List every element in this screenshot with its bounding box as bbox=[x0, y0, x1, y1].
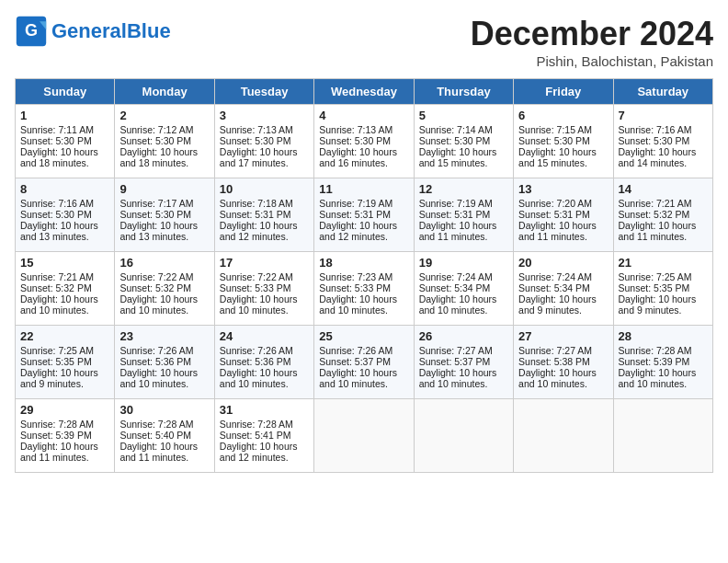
col-friday: Friday bbox=[514, 79, 613, 105]
sunrise-text: Sunrise: 7:13 AM bbox=[220, 124, 293, 135]
sunset-text: Sunset: 5:39 PM bbox=[619, 356, 690, 367]
sunset-text: Sunset: 5:30 PM bbox=[619, 135, 690, 146]
daylight-label: Daylight: 10 hours and 18 minutes. bbox=[20, 146, 98, 168]
day-number: 8 bbox=[20, 182, 109, 196]
sunrise-text: Sunrise: 7:26 AM bbox=[319, 345, 392, 356]
sunset-text: Sunset: 5:30 PM bbox=[119, 135, 191, 146]
table-row: 9Sunrise: 7:17 AMSunset: 5:30 PMDaylight… bbox=[115, 178, 214, 252]
sunset-text: Sunset: 5:36 PM bbox=[220, 356, 291, 367]
table-row: 29Sunrise: 7:28 AMSunset: 5:39 PMDayligh… bbox=[16, 399, 115, 473]
sunrise-text: Sunrise: 7:24 AM bbox=[518, 271, 592, 282]
sunset-text: Sunset: 5:31 PM bbox=[319, 209, 391, 220]
table-row: 3Sunrise: 7:13 AMSunset: 5:30 PMDaylight… bbox=[214, 105, 313, 178]
sunset-text: Sunset: 5:32 PM bbox=[20, 282, 92, 293]
day-number: 21 bbox=[619, 256, 708, 270]
day-number: 11 bbox=[319, 182, 408, 196]
sunset-text: Sunset: 5:30 PM bbox=[518, 135, 590, 146]
sunrise-text: Sunrise: 7:20 AM bbox=[518, 198, 592, 209]
daylight-label: Daylight: 10 hours and 14 minutes. bbox=[619, 146, 697, 168]
table-row: 7Sunrise: 7:16 AMSunset: 5:30 PMDaylight… bbox=[613, 105, 712, 178]
daylight-label: Daylight: 10 hours and 10 minutes. bbox=[319, 367, 397, 389]
sunrise-text: Sunrise: 7:17 AM bbox=[119, 198, 193, 209]
day-number: 29 bbox=[20, 403, 109, 417]
sunrise-text: Sunrise: 7:13 AM bbox=[319, 124, 392, 135]
sunset-text: Sunset: 5:35 PM bbox=[20, 356, 92, 367]
daylight-label: Daylight: 10 hours and 10 minutes. bbox=[119, 367, 198, 389]
sunrise-text: Sunrise: 7:15 AM bbox=[518, 124, 592, 135]
sunrise-text: Sunrise: 7:12 AM bbox=[119, 124, 193, 135]
day-number: 23 bbox=[119, 329, 209, 343]
sunrise-text: Sunrise: 7:11 AM bbox=[20, 124, 94, 135]
table-row: 21Sunrise: 7:25 AMSunset: 5:35 PMDayligh… bbox=[613, 252, 712, 326]
day-number: 7 bbox=[619, 109, 708, 122]
sunset-text: Sunset: 5:41 PM bbox=[220, 430, 291, 441]
daylight-label: Daylight: 10 hours and 10 minutes. bbox=[220, 293, 298, 316]
calendar-week-row: 8Sunrise: 7:16 AMSunset: 5:30 PMDaylight… bbox=[16, 178, 713, 252]
daylight-label: Daylight: 10 hours and 13 minutes. bbox=[20, 220, 98, 242]
day-number: 16 bbox=[119, 256, 209, 270]
calendar-week-row: 22Sunrise: 7:25 AMSunset: 5:35 PMDayligh… bbox=[16, 326, 713, 399]
col-tuesday: Tuesday bbox=[214, 79, 313, 105]
table-row: 13Sunrise: 7:20 AMSunset: 5:31 PMDayligh… bbox=[514, 178, 613, 252]
day-number: 24 bbox=[220, 329, 309, 343]
day-number: 20 bbox=[518, 256, 608, 270]
day-number: 18 bbox=[319, 256, 408, 270]
sunset-text: Sunset: 5:37 PM bbox=[419, 356, 491, 367]
table-row: 15Sunrise: 7:21 AMSunset: 5:32 PMDayligh… bbox=[16, 252, 115, 326]
col-wednesday: Wednesday bbox=[314, 79, 414, 105]
daylight-label: Daylight: 10 hours and 15 minutes. bbox=[419, 146, 497, 168]
calendar-week-row: 15Sunrise: 7:21 AMSunset: 5:32 PMDayligh… bbox=[16, 252, 713, 326]
table-row: 22Sunrise: 7:25 AMSunset: 5:35 PMDayligh… bbox=[16, 326, 115, 399]
col-thursday: Thursday bbox=[414, 79, 513, 105]
sunrise-text: Sunrise: 7:16 AM bbox=[619, 124, 692, 135]
table-row: 10Sunrise: 7:18 AMSunset: 5:31 PMDayligh… bbox=[214, 178, 313, 252]
sunrise-text: Sunrise: 7:23 AM bbox=[319, 271, 392, 282]
day-number: 9 bbox=[119, 182, 209, 196]
table-row: 23Sunrise: 7:26 AMSunset: 5:36 PMDayligh… bbox=[115, 326, 214, 399]
sunset-text: Sunset: 5:33 PM bbox=[319, 282, 391, 293]
sunset-text: Sunset: 5:34 PM bbox=[419, 282, 491, 293]
daylight-label: Daylight: 10 hours and 9 minutes. bbox=[20, 367, 98, 389]
table-row: 26Sunrise: 7:27 AMSunset: 5:37 PMDayligh… bbox=[414, 326, 513, 399]
sunrise-text: Sunrise: 7:28 AM bbox=[20, 419, 94, 430]
daylight-label: Daylight: 10 hours and 11 minutes. bbox=[119, 441, 198, 463]
sunset-text: Sunset: 5:32 PM bbox=[119, 282, 191, 293]
daylight-label: Daylight: 10 hours and 12 minutes. bbox=[220, 220, 298, 242]
day-number: 2 bbox=[119, 109, 209, 122]
table-row: 19Sunrise: 7:24 AMSunset: 5:34 PMDayligh… bbox=[414, 252, 513, 326]
sunset-text: Sunset: 5:36 PM bbox=[119, 356, 191, 367]
daylight-label: Daylight: 10 hours and 11 minutes. bbox=[518, 220, 597, 242]
daylight-label: Daylight: 10 hours and 11 minutes. bbox=[419, 220, 497, 242]
daylight-label: Daylight: 10 hours and 10 minutes. bbox=[518, 367, 597, 389]
sunrise-text: Sunrise: 7:22 AM bbox=[119, 271, 193, 282]
daylight-label: Daylight: 10 hours and 10 minutes. bbox=[119, 293, 198, 316]
daylight-label: Daylight: 10 hours and 11 minutes. bbox=[20, 441, 98, 463]
sunset-text: Sunset: 5:38 PM bbox=[518, 356, 590, 367]
sunset-text: Sunset: 5:34 PM bbox=[518, 282, 590, 293]
daylight-label: Daylight: 10 hours and 13 minutes. bbox=[119, 220, 198, 242]
daylight-label: Daylight: 10 hours and 10 minutes. bbox=[319, 293, 397, 316]
page-header: G GeneralBlue December 2024 Pishin, Balo… bbox=[15, 15, 713, 69]
table-row: 1Sunrise: 7:11 AMSunset: 5:30 PMDaylight… bbox=[16, 105, 115, 178]
sunrise-text: Sunrise: 7:21 AM bbox=[20, 271, 94, 282]
day-number: 31 bbox=[220, 403, 309, 417]
daylight-label: Daylight: 10 hours and 12 minutes. bbox=[220, 441, 298, 463]
sunset-text: Sunset: 5:31 PM bbox=[518, 209, 590, 220]
table-row: 20Sunrise: 7:24 AMSunset: 5:34 PMDayligh… bbox=[514, 252, 613, 326]
table-row: 5Sunrise: 7:14 AMSunset: 5:30 PMDaylight… bbox=[414, 105, 513, 178]
sunrise-text: Sunrise: 7:16 AM bbox=[20, 198, 94, 209]
daylight-label: Daylight: 10 hours and 16 minutes. bbox=[319, 146, 397, 168]
table-row: 6Sunrise: 7:15 AMSunset: 5:30 PMDaylight… bbox=[514, 105, 613, 178]
table-row: 17Sunrise: 7:22 AMSunset: 5:33 PMDayligh… bbox=[214, 252, 313, 326]
table-row: 31Sunrise: 7:28 AMSunset: 5:41 PMDayligh… bbox=[214, 399, 313, 473]
sunset-text: Sunset: 5:31 PM bbox=[220, 209, 291, 220]
day-number: 15 bbox=[20, 256, 109, 270]
day-number: 30 bbox=[119, 403, 209, 417]
daylight-label: Daylight: 10 hours and 15 minutes. bbox=[518, 146, 597, 168]
table-row: 27Sunrise: 7:27 AMSunset: 5:38 PMDayligh… bbox=[514, 326, 613, 399]
table-row: 18Sunrise: 7:23 AMSunset: 5:33 PMDayligh… bbox=[314, 252, 414, 326]
day-number: 19 bbox=[419, 256, 508, 270]
location: Pishin, Balochistan, Pakistan bbox=[471, 53, 713, 69]
day-number: 1 bbox=[20, 109, 109, 122]
table-row bbox=[613, 399, 712, 473]
